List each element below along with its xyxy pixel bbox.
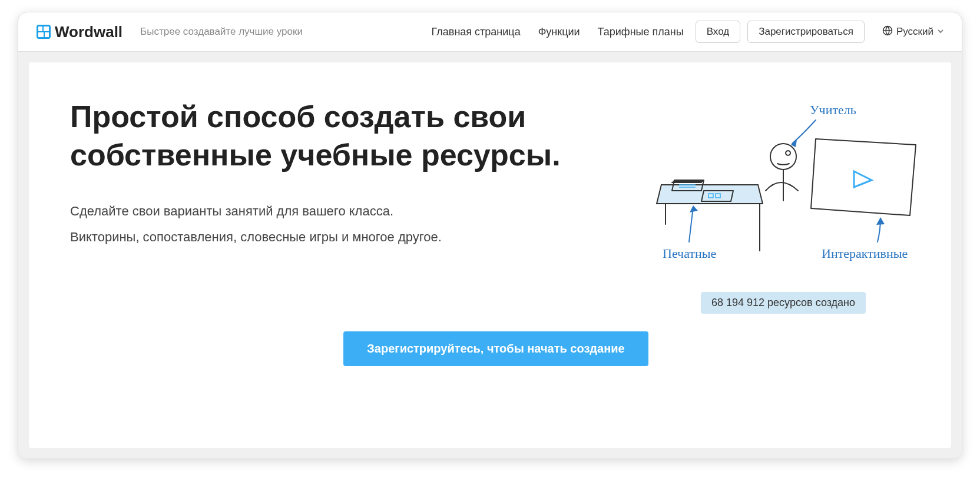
chevron-down-icon [937,26,944,38]
svg-rect-1 [38,26,42,31]
svg-point-7 [770,144,796,170]
language-label: Русский [896,26,933,38]
svg-marker-13 [690,205,698,212]
teacher-illustration: Учитель [645,98,922,274]
main-nav: Главная страница Функции Тарифные планы [432,26,684,38]
content-background: Простой способ создать свои собственные … [18,52,962,459]
resource-counter-badge: 68 194 912 ресурсов создано [701,292,866,314]
header: Wordwall Быстрее создавайте лучшие уроки… [18,12,962,52]
hero-title: Простой способ создать свои собственные … [70,98,627,174]
page-frame: Wordwall Быстрее создавайте лучшие уроки… [18,12,962,459]
auth-buttons: Вход Зарегистрироваться [696,21,865,43]
hero-subtext-1: Сделайте свои варианты занятий для вашег… [70,204,627,219]
register-button[interactable]: Зарегистрироваться [747,21,865,43]
svg-marker-14 [876,217,885,225]
start-creating-button[interactable]: Зарегистрируйтесь, чтобы начать создание [343,331,648,366]
hero-card: Простой способ создать свои собственные … [29,62,951,448]
hero-row: Простой способ создать свои собственные … [70,98,922,314]
hero-subtext-2: Викторины, сопоставления, словесные игры… [70,230,627,245]
cta-row: Зарегистрируйтесь, чтобы начать создание [70,331,922,366]
svg-rect-4 [45,32,49,37]
nav-home[interactable]: Главная страница [432,26,521,38]
logo[interactable]: Wordwall [36,23,122,41]
hero-text-column: Простой способ создать свои собственные … [70,98,627,314]
svg-rect-2 [44,26,49,31]
login-button[interactable]: Вход [696,21,740,43]
logo-icon [36,24,51,39]
label-interactives: Интерактивные [822,246,908,261]
nav-features[interactable]: Функции [538,26,580,38]
svg-rect-3 [38,32,44,37]
language-selector[interactable]: Русский [882,25,944,39]
logo-text: Wordwall [55,23,122,41]
hero-illustration-column: Учитель [645,98,922,314]
label-printables: Печатные [663,246,716,261]
nav-pricing[interactable]: Тарифные планы [598,26,684,38]
globe-icon [882,25,893,39]
tagline: Быстрее создавайте лучшие уроки [140,26,303,38]
label-teacher: Учитель [810,102,856,117]
